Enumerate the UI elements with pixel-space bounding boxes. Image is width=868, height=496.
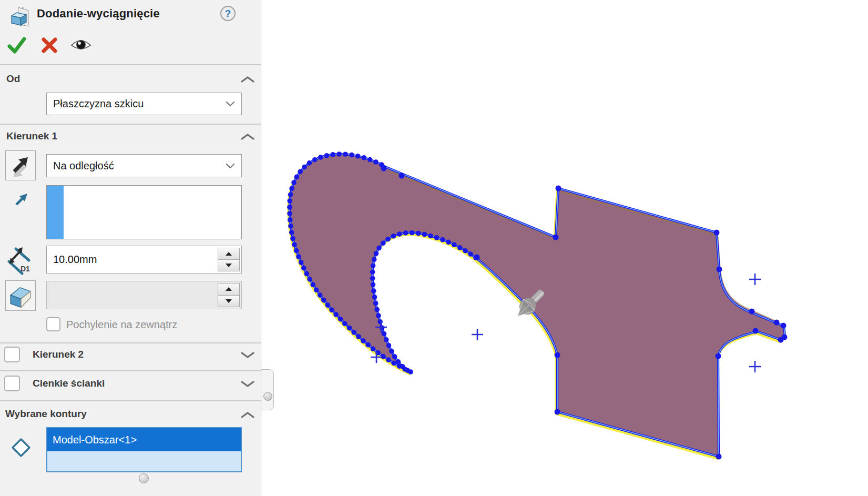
section-thin-feature-title: Cienkie ścianki xyxy=(33,378,105,389)
close-icon xyxy=(38,34,61,57)
contour-select-icon xyxy=(11,438,31,458)
svg-text:D1: D1 xyxy=(21,265,30,273)
divider xyxy=(0,64,261,65)
chevron-down-icon xyxy=(226,163,235,169)
eye-icon xyxy=(69,34,93,57)
chevron-down-icon xyxy=(226,101,235,107)
section-direction2-title: Kierunek 2 xyxy=(33,349,84,360)
triangle-up-icon xyxy=(226,252,232,256)
spinner-up-button[interactable] xyxy=(218,283,240,296)
triangle-down-icon xyxy=(226,264,232,267)
triangle-up-icon xyxy=(226,287,232,291)
draft-spinner xyxy=(218,283,240,307)
spinner-up-button[interactable] xyxy=(218,248,240,260)
solidworks-window: Dodanie-wyciągnięcie ? Od xyxy=(0,0,868,496)
selection-box-active-strip xyxy=(47,186,64,239)
chevron-up-icon xyxy=(240,411,256,419)
draft-angle-input xyxy=(46,281,242,309)
direction-reference-icon xyxy=(13,190,30,208)
section-direction1-title: Kierunek 1 xyxy=(6,130,57,142)
chevron-up-icon xyxy=(240,75,256,84)
section-selected-contours-title: Wybrane kontury xyxy=(5,408,87,420)
cancel-button[interactable] xyxy=(38,34,61,57)
panel-resize-handle[interactable] xyxy=(139,473,149,483)
panel-edge-tab[interactable] xyxy=(261,369,274,410)
chevron-up-icon xyxy=(240,133,256,141)
divider xyxy=(0,370,261,371)
selected-contours-listbox[interactable]: Model-Obszar<1> xyxy=(46,427,242,472)
reverse-direction-icon xyxy=(7,153,34,179)
depth-spinner xyxy=(218,248,240,271)
depth-input[interactable]: 10.00mm xyxy=(46,246,242,274)
collapse-direction1-button[interactable] xyxy=(239,132,256,141)
spinner-down-button[interactable] xyxy=(218,295,240,308)
start-condition-dropdown[interactable]: Płaszczyzna szkicu xyxy=(46,93,242,115)
divider xyxy=(0,342,261,343)
end-condition-value: Na odległość xyxy=(53,160,226,172)
boss-extrude-icon xyxy=(6,3,30,28)
draft-outward-label: Pochylenie na zewnątrz xyxy=(66,319,177,331)
section-od-title: Od xyxy=(6,73,20,85)
spinner-down-button[interactable] xyxy=(218,259,240,271)
depth-value: 10.00mm xyxy=(53,246,97,273)
draft-outward-checkbox[interactable] xyxy=(46,317,60,331)
start-condition-value: Płaszczyzna szkicu xyxy=(53,98,226,110)
extrude-preview-region[interactable] xyxy=(290,154,785,457)
direction-reference-selection-box[interactable] xyxy=(46,185,242,239)
ok-button[interactable] xyxy=(5,34,28,57)
preview-button[interactable] xyxy=(69,34,93,57)
contour-list-item-selected[interactable]: Model-Obszar<1> xyxy=(47,428,241,451)
chevron-down-icon xyxy=(240,351,256,359)
triangle-down-icon xyxy=(226,299,232,303)
collapse-selected-contours-button[interactable] xyxy=(239,410,256,420)
help-button[interactable]: ? xyxy=(220,6,236,21)
panel-title: Dodanie-wyciągnięcie xyxy=(37,7,160,21)
divider xyxy=(0,400,261,401)
property-manager-panel: Dodanie-wyciągnięcie ? Od xyxy=(0,0,261,496)
viewport-canvas[interactable] xyxy=(261,0,868,496)
expand-thin-feature-button[interactable] xyxy=(239,379,256,389)
panel-edge-handle-dot[interactable] xyxy=(263,392,272,401)
draft-button[interactable] xyxy=(5,280,36,311)
direction2-checkbox[interactable] xyxy=(4,347,20,362)
collapse-od-button[interactable] xyxy=(239,75,256,84)
divider xyxy=(0,124,261,125)
expand-direction2-button[interactable] xyxy=(239,350,256,360)
draft-icon xyxy=(7,282,34,309)
depth-d1-icon: D1 xyxy=(6,245,33,276)
check-icon xyxy=(5,34,28,57)
reverse-direction-button[interactable] xyxy=(5,150,36,180)
thin-feature-checkbox[interactable] xyxy=(4,376,20,391)
end-condition-dropdown[interactable]: Na odległość xyxy=(46,154,242,177)
chevron-down-icon xyxy=(240,380,256,388)
